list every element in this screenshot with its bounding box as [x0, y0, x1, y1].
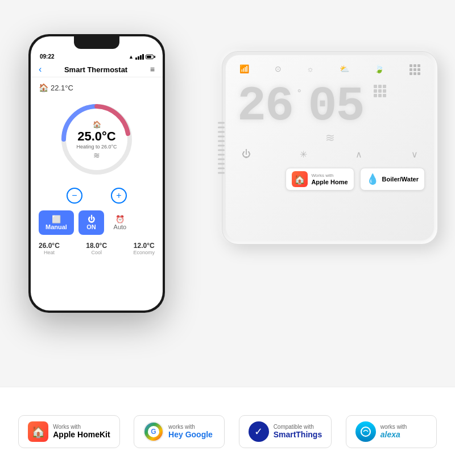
- vent-6: [218, 145, 225, 147]
- back-button[interactable]: ‹: [39, 64, 42, 74]
- small-indicators: [374, 85, 386, 97]
- thermostat-bottom-icons: ⏻ ✳ ∧ ∨: [226, 144, 434, 163]
- thermostat-device: 📶 ⊙ ☼ ⛅ 🍃 26 ° 05: [222, 51, 438, 245]
- clock-icon: ⏰: [109, 215, 131, 223]
- thermostat-badges: 🏠 Works with Apple Home 💧 Boiler/Water: [226, 163, 434, 196]
- on-mode-button[interactable]: ⏻ ON: [78, 210, 104, 235]
- dial-home-icon: 🏠: [93, 121, 101, 129]
- down-arrow-icon[interactable]: ∨: [411, 149, 418, 160]
- grid-icon: [410, 64, 420, 75]
- vent-5: [218, 140, 225, 142]
- cool-label: Cool: [86, 250, 107, 255]
- thermostat-vents: [218, 122, 225, 174]
- leaf-indicator: 🍃: [374, 64, 384, 75]
- svg-text:G: G: [151, 428, 156, 436]
- phone-notch: [74, 36, 119, 49]
- manual-mode-button[interactable]: ⬜ Manual: [39, 210, 74, 235]
- heat-value: 26.0°C: [39, 242, 60, 250]
- vent-1: [218, 122, 225, 124]
- boiler-water-badge: 💧 Boiler/Water: [360, 168, 425, 191]
- smartthings-text: Compatible with SmartThings: [274, 424, 322, 440]
- dial-temperature: 25.0°C: [76, 129, 117, 144]
- dial-controls: − +: [39, 188, 155, 204]
- increase-button[interactable]: +: [111, 188, 127, 204]
- power-button-icon[interactable]: ⏻: [242, 149, 251, 160]
- app-header: ‹ Smart Thermostat ≡: [31, 62, 163, 77]
- battery-fill: [147, 56, 151, 58]
- battery-icon: [146, 55, 154, 59]
- sun-indicator: ☼: [307, 64, 314, 75]
- app-title: Smart Thermostat: [64, 65, 127, 74]
- alexa-icon: [355, 421, 376, 442]
- status-time: 09:22: [40, 53, 55, 60]
- homekit-badge: 🏠 Works with Apple HomeKit: [18, 415, 119, 448]
- homekit-main: Apple HomeKit: [53, 430, 110, 440]
- thermostat-top-icons: 📶 ⊙ ☼ ⛅ 🍃: [226, 55, 434, 80]
- thermostat-decimal-number: 05: [308, 82, 363, 131]
- signal-bar-3: [140, 55, 142, 60]
- wifi-indicator: 📶: [239, 64, 249, 75]
- signal-bar-1: [135, 57, 137, 60]
- compatibility-bar: 🏠 Works with Apple HomeKit G works with …: [0, 387, 455, 476]
- status-icons: ▲: [129, 54, 154, 60]
- temp-presets: 26.0°C Heat 18.0°C Cool 12.0°C Economy: [39, 242, 155, 255]
- apple-home-text: Works with Apple Home: [311, 173, 348, 185]
- thermostat-face: 📶 ⊙ ☼ ⛅ 🍃 26 ° 05: [226, 55, 434, 241]
- vent-11: [218, 168, 225, 169]
- wifi-icon: ▲: [129, 54, 134, 60]
- manual-icon: ⬜: [46, 215, 67, 223]
- vent-10: [218, 163, 225, 165]
- phone-screen: 09:22 ▲ ‹ Smar: [31, 36, 163, 311]
- decrease-button[interactable]: −: [67, 188, 82, 204]
- app-body: 🏠 22.1°C 🏠 25.0°C: [31, 77, 163, 261]
- heat-preset: 26.0°C Heat: [39, 242, 60, 255]
- current-temp-row: 🏠 22.1°C: [39, 83, 155, 92]
- smartthings-badge: ✓ Compatible with SmartThings: [239, 415, 332, 448]
- flame-icon: ≋: [76, 151, 117, 160]
- google-main: Hey Google: [168, 430, 213, 440]
- eco-preset: 12.0°C Economy: [133, 242, 155, 255]
- fan-icon: ✳: [300, 149, 307, 160]
- eco-value: 12.0°C: [133, 242, 155, 250]
- homekit-icon: 🏠: [28, 421, 48, 442]
- water-drop-icon: 💧: [366, 173, 379, 185]
- apple-home-badge: 🏠 Works with Apple Home: [286, 168, 354, 191]
- eco-label: Economy: [133, 250, 155, 255]
- alexa-badge: works with alexa: [346, 415, 437, 448]
- signal-bar-4: [142, 54, 144, 60]
- auto-mode-button[interactable]: ⏰ Auto: [109, 215, 131, 230]
- main-product-area: 09:22 ▲ ‹ Smar: [0, 0, 455, 387]
- alexa-text: works with alexa: [380, 424, 407, 440]
- up-arrow-icon[interactable]: ∧: [355, 149, 362, 160]
- vent-7: [218, 150, 225, 151]
- alexa-main: alexa: [380, 430, 407, 440]
- boiler-text: Boiler/Water: [382, 176, 419, 183]
- cool-preset: 18.0°C Cool: [86, 242, 107, 255]
- vent-12: [218, 172, 225, 174]
- mode-buttons: ⬜ Manual ⏻ ON ⏰ Auto: [39, 210, 155, 235]
- google-icon: G: [143, 421, 164, 442]
- thermostat-right-display: 05: [308, 82, 363, 131]
- signal-bars: [135, 54, 144, 60]
- menu-icon[interactable]: ≡: [150, 65, 155, 74]
- timer-indicator: ⊙: [275, 64, 282, 75]
- cloud-indicator: ⛅: [340, 64, 349, 75]
- thermostat-degree-symbol: °: [297, 88, 301, 98]
- google-badge: G works with Hey Google: [134, 415, 225, 448]
- vent-3: [218, 131, 225, 133]
- thermostat-display: 26 ° 05: [226, 80, 434, 131]
- smartthings-main: SmartThings: [274, 430, 322, 440]
- signal-bar-2: [138, 56, 139, 60]
- dial-subtitle: Heating to 26.0°C: [76, 144, 117, 150]
- google-prefix: works with: [168, 424, 213, 430]
- homekit-prefix: Works with: [53, 424, 110, 430]
- current-temp: 22.1°C: [51, 84, 73, 92]
- google-text: works with Hey Google: [168, 424, 213, 440]
- phone-status-bar: 09:22 ▲: [31, 49, 163, 62]
- vent-9: [218, 159, 225, 160]
- temperature-dial: 🏠 25.0°C Heating to 26.0°C ≋: [54, 97, 139, 182]
- vent-2: [218, 127, 225, 129]
- smartthings-icon: ✓: [249, 421, 269, 442]
- vent-4: [218, 136, 225, 138]
- power-icon: ⏻: [85, 215, 97, 223]
